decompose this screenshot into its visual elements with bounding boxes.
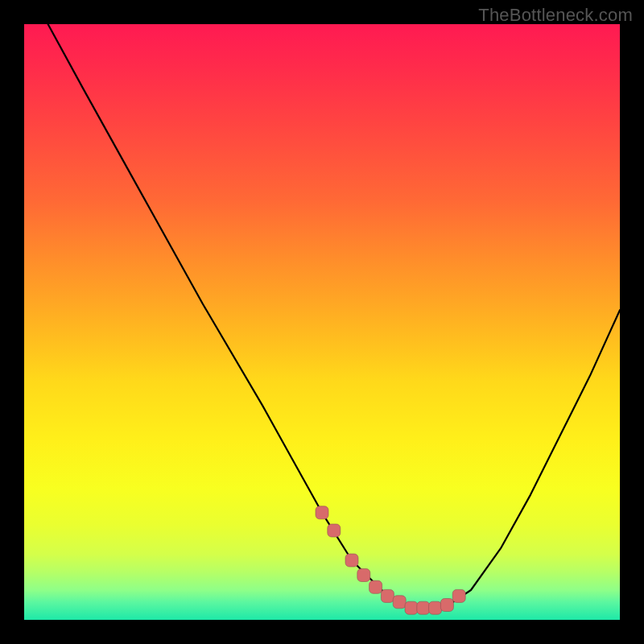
- curve-marker: [345, 554, 358, 567]
- curve-marker: [328, 524, 341, 537]
- chart-frame: TheBottleneck.com: [0, 0, 644, 644]
- curve-marker: [452, 589, 465, 602]
- curve-marker: [440, 599, 453, 612]
- marker-group: [316, 506, 465, 614]
- attribution-text: TheBottleneck.com: [478, 5, 633, 26]
- curve-marker: [316, 506, 328, 519]
- curve-marker: [405, 601, 418, 614]
- chart-plot-area: [24, 24, 620, 620]
- curve-marker: [357, 569, 370, 582]
- chart-svg: [24, 24, 620, 620]
- bottleneck-curve: [48, 24, 620, 608]
- curve-marker: [381, 589, 394, 602]
- curve-marker: [369, 580, 382, 593]
- curve-marker: [417, 601, 430, 614]
- curve-marker: [429, 601, 442, 614]
- curve-marker: [393, 596, 406, 609]
